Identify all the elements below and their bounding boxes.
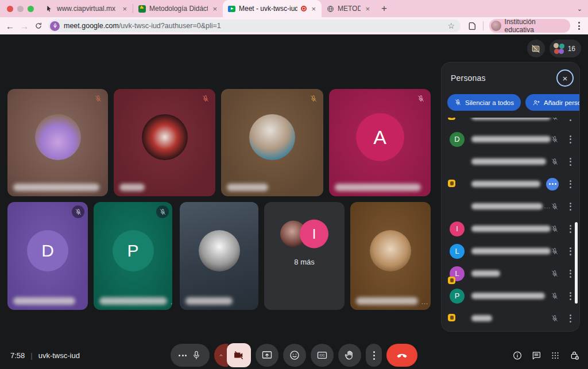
participant-name-redacted (471, 158, 546, 165)
mic-options-icon[interactable] (179, 355, 187, 356)
participant-name-redacted (471, 270, 500, 277)
browser-menu-icon[interactable] (576, 22, 582, 30)
chevron-up-icon (218, 352, 225, 359)
video-tile[interactable]: A (329, 89, 431, 196)
end-call-button[interactable] (386, 344, 417, 367)
more-options-icon (372, 350, 376, 361)
tab-ciapvirtual[interactable]: www.ciapvirtual.mx × (41, 0, 133, 17)
more-options-button[interactable] (366, 344, 382, 367)
mic-off-icon (551, 314, 559, 323)
camera-options-button[interactable] (214, 344, 228, 367)
site-mic-permission-icon[interactable] (50, 21, 60, 31)
meeting-details-button[interactable] (512, 350, 523, 360)
browser-extension-icon[interactable] (466, 20, 477, 32)
participant-menu-icon[interactable] (568, 291, 572, 301)
tab-close-icon[interactable]: × (310, 5, 317, 13)
participant-row[interactable] (442, 307, 579, 327)
video-tile[interactable]: ... (350, 202, 431, 310)
mic-off-icon (200, 94, 211, 104)
layout-disabled-button[interactable] (527, 40, 545, 57)
activities-button[interactable] (550, 350, 560, 360)
mic-off-icon (551, 247, 559, 255)
participant-row[interactable]: P (442, 285, 579, 307)
participant-row[interactable]: L (442, 240, 579, 262)
participants-count-button[interactable]: 16 (550, 40, 581, 57)
captions-button[interactable]: CC (311, 344, 334, 367)
back-button[interactable]: ← (6, 22, 14, 30)
overflow-cluster: I 8 más (264, 220, 345, 266)
camera-off-button[interactable] (227, 343, 251, 367)
reload-button[interactable] (34, 22, 42, 30)
tab-close-icon[interactable]: × (211, 5, 218, 13)
mic-icon (191, 350, 202, 360)
participant-row[interactable] (442, 118, 579, 128)
participants-avatars-icon (554, 43, 564, 54)
video-tile[interactable]: P ... (94, 202, 172, 310)
participant-row[interactable]: D (442, 128, 579, 150)
participant-menu-icon[interactable] (568, 179, 572, 189)
reaction-badge-icon (448, 314, 455, 321)
participant-menu-icon[interactable] (568, 313, 572, 324)
new-tab-button[interactable]: + (376, 1, 393, 17)
overflow-tile[interactable]: I 8 más (264, 202, 345, 310)
participant-photo-avatar (370, 230, 411, 271)
globe-icon (326, 5, 334, 13)
participant-row[interactable]: I (442, 217, 579, 240)
participant-list: D (442, 118, 579, 327)
participant-row[interactable]: L (442, 262, 579, 285)
tab-meet-active[interactable]: Meet - uvk-twsc-iud × (223, 0, 322, 17)
participant-name-redacted (471, 136, 551, 142)
address-bar[interactable]: meet.google.com/uvk-twsc-iud?authuser=0&… (48, 20, 461, 32)
forward-button[interactable]: → (20, 22, 29, 30)
participant-menu-icon[interactable] (568, 118, 572, 122)
window-minimize-button[interactable] (17, 6, 24, 12)
participant-menu-icon[interactable] (568, 157, 572, 167)
profile-chip[interactable]: Institución educativa (489, 19, 570, 33)
chat-button[interactable] (531, 350, 541, 360)
window-close-button[interactable] (7, 6, 13, 12)
video-tile[interactable] (114, 89, 215, 196)
meet-icon (227, 5, 235, 13)
participant-menu-icon[interactable] (568, 246, 572, 257)
reactions-button[interactable] (283, 344, 306, 367)
window-zoom-button[interactable] (28, 6, 34, 12)
participant-row[interactable] (442, 173, 579, 195)
participant-name-redacted (13, 297, 75, 305)
mute-all-button[interactable]: Silenciar a todos (447, 94, 521, 111)
participant-menu-icon[interactable] (568, 224, 572, 234)
participant-row[interactable] (442, 150, 579, 173)
tab-metodologia-didactica[interactable]: Metodología Didáctica. Secci × (133, 0, 223, 17)
participant-menu-icon[interactable] (568, 134, 572, 145)
participant-name-redacted (471, 181, 540, 187)
add-people-button[interactable]: Añadir personas (525, 94, 580, 111)
close-panel-button[interactable]: × (556, 69, 574, 87)
camera-off-icon (233, 349, 245, 361)
bookmark-star-icon[interactable]: ☆ (448, 21, 455, 30)
chat-icon (531, 350, 541, 360)
mic-button[interactable] (171, 344, 210, 367)
participant-name-redacted (335, 184, 421, 191)
video-tile[interactable] (221, 89, 323, 196)
tab-recording-indicator-icon (301, 6, 307, 11)
panel-title: Personas (451, 73, 486, 83)
profile-label: Institución educativa (505, 18, 564, 34)
video-tile[interactable]: D (7, 202, 88, 310)
call-controls: CC (171, 343, 417, 367)
video-tile[interactable] (180, 202, 258, 310)
present-button[interactable] (256, 344, 278, 367)
tab-close-icon[interactable]: × (121, 5, 128, 13)
participant-photo-avatar (142, 114, 188, 160)
participant-menu-icon[interactable] (568, 269, 572, 279)
chevron-down-icon[interactable]: ⌄ (577, 5, 582, 13)
participant-menu-icon[interactable] (568, 201, 572, 212)
panel-scrollbar[interactable] (575, 222, 578, 304)
url-text: meet.google.com/uvk-twsc-iud?authuser=0&… (64, 22, 444, 30)
tab-metodologia-2[interactable]: METODOLOGÃ_A DIDÃ_CTIC × (322, 0, 376, 17)
mic-off-icon (416, 94, 426, 104)
host-controls-button[interactable] (569, 350, 580, 361)
participant-row[interactable]: ... (442, 195, 579, 217)
video-tile[interactable] (7, 89, 108, 196)
raise-hand-button[interactable] (338, 344, 361, 367)
tab-close-icon[interactable]: × (364, 5, 371, 13)
raise-hand-icon (344, 349, 355, 361)
